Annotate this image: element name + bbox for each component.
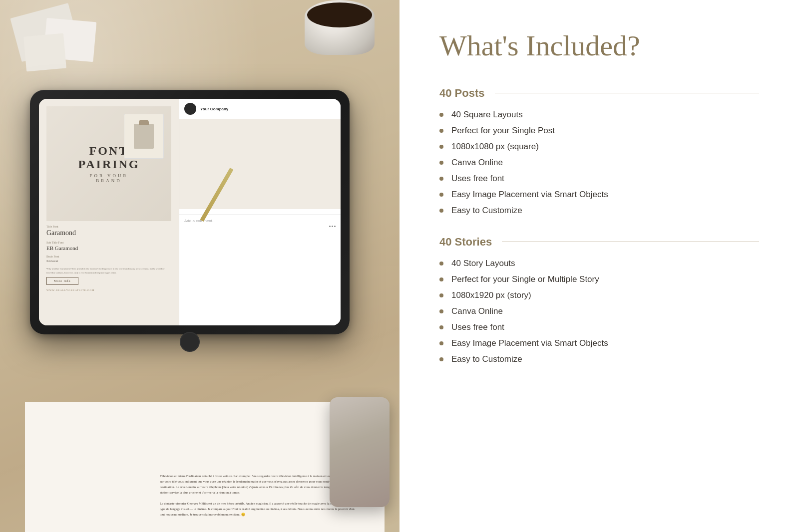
font-pairing-subtitle: FOR YOUR BRAND (78, 173, 140, 183)
posts-item-6: Easy Image Placement via Smart Objects (451, 190, 608, 200)
list-item: Uses free font (439, 174, 759, 184)
ig-post-image-area (179, 119, 341, 209)
posts-item-4: Canva Online (451, 158, 503, 168)
posts-item-7: Easy to Customize (451, 206, 522, 216)
bullet-dot (439, 193, 443, 197)
phone-body (330, 397, 390, 507)
list-item: Easy Image Placement via Smart Objects (439, 338, 759, 348)
post-body-text: Why another Garamond? It is probably the… (46, 267, 171, 274)
stories-section-title: 40 Stories (439, 236, 492, 249)
posts-item-2: Perfect for your Single Post (451, 126, 555, 136)
bullet-dot (439, 325, 443, 329)
ig-right-ui: Your Company Add a comment... (179, 99, 341, 325)
post-details: Title Font Garamond Sub Title Font EB Ga… (46, 221, 171, 295)
stories-item-3: 1080x1920 px (story) (451, 290, 531, 300)
bullet-dot (439, 177, 443, 181)
post-image-area: FONT PAIRING FOR YOUR BRAND (46, 106, 171, 221)
title-font-name: Garamond (46, 229, 171, 237)
tablet-screen: FONT PAIRING FOR YOUR BRAND Title Font G… (39, 99, 341, 325)
bullet-dot (439, 145, 443, 149)
posts-section-header: 40 Posts (439, 87, 759, 100)
posts-bullet-list: 40 Square Layouts Perfect for your Singl… (439, 110, 759, 216)
ig-dots (184, 226, 336, 227)
posts-item-1: 40 Square Layouts (451, 110, 523, 120)
tablet-container: FONT PAIRING FOR YOUR BRAND Title Font G… (30, 90, 350, 349)
posts-section-line (495, 93, 760, 93)
bullet-dot (439, 293, 443, 297)
list-item: Canva Online (439, 158, 759, 168)
list-item: Easy to Customize (439, 354, 759, 364)
list-item: 40 Story Layouts (439, 259, 759, 268)
list-item: Perfect for your Single or Multiple Stor… (439, 274, 759, 284)
bullet-dot (439, 341, 443, 345)
ig-avatar (184, 103, 196, 115)
coffee-cup (305, 0, 385, 65)
list-item: 40 Square Layouts (439, 110, 759, 120)
screen-content: FONT PAIRING FOR YOUR BRAND Title Font G… (39, 99, 341, 325)
subtitle-font-label: Sub Title Font (46, 241, 171, 244)
bullet-dot (439, 262, 443, 266)
stories-item-2: Perfect for your Single or Multiple Stor… (451, 274, 599, 284)
clipboard-image (124, 114, 164, 159)
list-item: Canva Online (439, 306, 759, 316)
clipboard-icon (134, 124, 154, 149)
bullet-dot (439, 277, 443, 281)
title-font-label: Title Font (46, 225, 171, 228)
phone-bottom (330, 397, 390, 507)
list-item: Easy Image Placement via Smart Objects (439, 190, 759, 200)
stories-bullet-list: 40 Story Layouts Perfect for your Single… (439, 259, 759, 364)
stories-section-line (502, 242, 759, 242)
tablet-outer: FONT PAIRING FOR YOUR BRAND Title Font G… (30, 90, 350, 334)
stories-item-7: Easy to Customize (451, 354, 522, 364)
stories-section: 40 Stories 40 Story Layouts Perfect for … (439, 236, 759, 364)
right-panel: What's Included? 40 Posts 40 Square Layo… (400, 0, 799, 532)
stories-item-1: 40 Story Layouts (451, 259, 515, 268)
bullet-dot (439, 113, 443, 117)
stories-item-6: Easy Image Placement via Smart Objects (451, 338, 608, 348)
stories-section-header: 40 Stories (439, 236, 759, 249)
list-item: 1080x1080 px (square) (439, 142, 759, 152)
body-font-label: Body Font (46, 255, 171, 258)
ig-comment-placeholder: Add a comment... (184, 219, 336, 223)
stories-item-5: Uses free font (451, 322, 504, 332)
list-item: Perfect for your Single Post (439, 126, 759, 136)
ig-dot-2 (332, 226, 333, 227)
list-item: 1080x1920 px (story) (439, 290, 759, 300)
bullet-dot (439, 209, 443, 213)
posts-item-3: 1080x1080 px (square) (451, 142, 539, 152)
bullet-dot (439, 357, 443, 361)
ig-header: Your Company (179, 99, 341, 119)
ig-username: Your Company (200, 107, 228, 111)
paper-shape-3 (23, 33, 66, 72)
cup-dark-top (307, 2, 372, 27)
posts-section-title: 40 Posts (439, 87, 485, 100)
left-panel: FONT PAIRING FOR YOUR BRAND Title Font G… (0, 0, 400, 532)
posts-section: 40 Posts 40 Square Layouts Perfect for y… (439, 87, 759, 216)
ig-post-area: FONT PAIRING FOR YOUR BRAND Title Font G… (39, 99, 341, 325)
body-font-name: Kidwest (46, 259, 171, 263)
stories-item-4: Canva Online (451, 306, 503, 316)
posts-item-5: Uses free font (451, 174, 504, 184)
bullet-dot (439, 129, 443, 133)
bullet-dot (439, 161, 443, 165)
subtitle-font-name: EB Garamond (46, 245, 171, 251)
ig-left-post: FONT PAIRING FOR YOUR BRAND Title Font G… (39, 99, 179, 325)
post-website: WWW.REALLYGREATSITE.COM (46, 289, 171, 291)
tablet-home-button (180, 332, 200, 352)
list-item: Uses free font (439, 322, 759, 332)
ig-dot-1 (329, 226, 331, 227)
list-item: Easy to Customize (439, 206, 759, 216)
main-title: What's Included? (439, 30, 759, 62)
post-more-info-button: More Info (46, 277, 78, 285)
ig-dot-3 (334, 226, 336, 227)
bullet-dot (439, 309, 443, 313)
